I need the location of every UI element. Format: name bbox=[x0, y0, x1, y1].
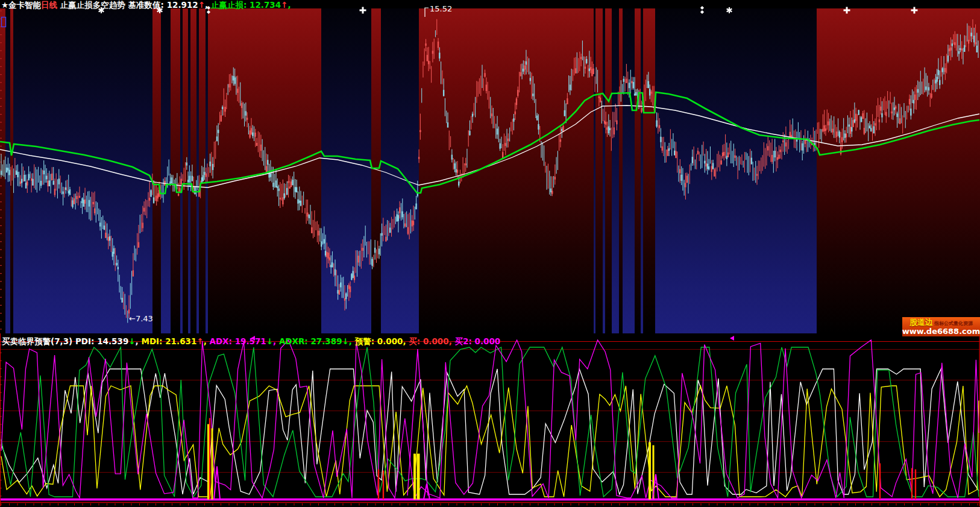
title-bar: ★金卡智能日线 止赢止损多空趋势 基准数值: 12.912↑, 止赢止损: 12… bbox=[1, 0, 291, 10]
title-segment: , bbox=[205, 0, 211, 10]
candlesticks bbox=[1, 19, 978, 323]
indicator-segment: ↓ bbox=[128, 336, 135, 346]
stock-app-screen: 15.52←7.43 ★金卡智能日线 止赢止损多空趋势 基准数值: 12.912… bbox=[0, 0, 980, 507]
indicator-segment: MDI: 21.631 bbox=[141, 336, 196, 346]
indicator-pane bbox=[0, 333, 980, 506]
indicator-segment: ↓ bbox=[266, 336, 273, 346]
title-segment: ↑ bbox=[281, 0, 287, 10]
ma-lines bbox=[0, 92, 979, 194]
title-segment: ★金卡智能 bbox=[1, 0, 41, 10]
indicator-segment: ADXR: 27.389 bbox=[279, 336, 342, 346]
indicator-segment: 预警: 0.000 bbox=[355, 336, 403, 346]
indicator-segment: , bbox=[403, 336, 409, 346]
indicator-segment: , bbox=[349, 336, 355, 346]
indicator-segment: PDI: 14.539 bbox=[75, 336, 128, 346]
oscillator-series bbox=[1, 340, 979, 498]
watermark-brand: 股道边 bbox=[909, 318, 933, 326]
title-segment: 止赢止损多空趋势 bbox=[57, 0, 128, 10]
watermark-ad[interactable]: 股道边 指标公式量化资源 www.de6688.com bbox=[902, 317, 980, 336]
indicator-segment: 买卖临界预警(7,3) bbox=[2, 336, 75, 346]
indicator-segment: 买2: 0.000 bbox=[455, 336, 501, 346]
watermark-tagline: 指标公式量化资源 bbox=[934, 320, 973, 327]
high-price-label: 15.52 bbox=[430, 4, 452, 13]
chart-overlay[interactable]: 15.52←7.43 bbox=[0, 0, 980, 507]
indicator-segment: ↓ bbox=[342, 336, 349, 346]
title-segment: 止赢止损: bbox=[211, 0, 250, 10]
indicator-segment: ↑ bbox=[196, 336, 203, 346]
indicator-segment: , bbox=[136, 336, 142, 346]
indicator-header: 买卖临界预警(7,3) PDI: 14.539↓, MDI: 21.631↑, … bbox=[2, 336, 500, 346]
title-segment: 基准数值: bbox=[128, 0, 167, 10]
indicator-segment: , bbox=[449, 336, 455, 346]
indicator-segment: , bbox=[204, 336, 210, 346]
title-segment: 12.734 bbox=[250, 0, 281, 10]
title-segment: , bbox=[287, 0, 291, 10]
watermark-url: www.de6688.com bbox=[902, 327, 980, 336]
price-labels: 15.52←7.43 bbox=[129, 4, 452, 323]
title-segment: ↑ bbox=[198, 0, 205, 10]
zero-line bbox=[1, 499, 979, 501]
indicator-segment: , bbox=[273, 336, 279, 346]
indicator-segment: 买: 0.000 bbox=[409, 336, 448, 346]
indicator-segment: ADX: 19.571 bbox=[209, 336, 266, 346]
title-segment: 12.912 bbox=[167, 0, 198, 10]
low-price-label: ←7.43 bbox=[129, 314, 153, 323]
blue-range-box bbox=[2, 17, 6, 27]
title-segment: 日线 bbox=[41, 0, 57, 10]
sell-marker-icon bbox=[730, 336, 734, 341]
